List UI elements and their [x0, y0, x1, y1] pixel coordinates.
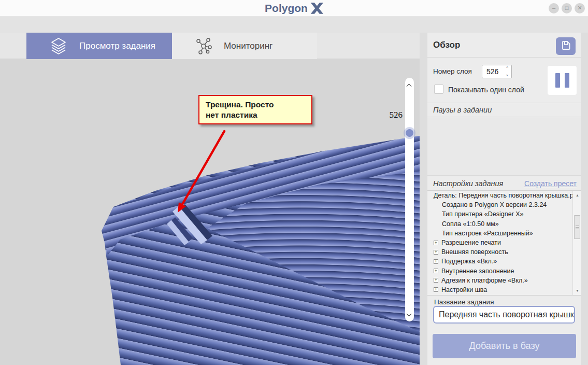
window-controls: – □ ✕ [549, 3, 585, 13]
tree-item-label: Внутреннее заполнение [441, 268, 514, 275]
tree-item[interactable]: Сопла «1:0.50 мм» [427, 219, 581, 229]
tree-item-label: Поддержка «Вкл.» [441, 258, 497, 265]
layer-slider[interactable] [405, 78, 414, 321]
job-name-input[interactable] [433, 306, 575, 324]
pause-icon [555, 73, 560, 88]
layer-number-input[interactable] [482, 65, 503, 78]
tree-item-label: Деталь: Передняя часть поворотная крышка… [434, 192, 581, 199]
job-name-label: Название задания [434, 298, 494, 306]
pause-button[interactable] [548, 66, 577, 95]
close-button[interactable]: ✕ [575, 3, 585, 13]
show-one-layer-checkbox[interactable] [434, 85, 443, 94]
spinner-up-icon[interactable]: ⌃ [504, 66, 510, 72]
tree-scrollbar[interactable]: ▲ ▼ [572, 191, 581, 295]
scroll-up-icon[interactable]: ▲ [573, 191, 581, 199]
scroll-down-icon[interactable]: ▼ [573, 287, 581, 294]
tree-item[interactable]: Настройки шва [427, 285, 581, 294]
logo-text: Polygon [265, 2, 308, 15]
divider [427, 103, 581, 103]
slider-thumb[interactable] [406, 129, 413, 137]
tree-item[interactable]: Поддержка «Вкл.» [427, 257, 581, 266]
tab-label: Просмотр задания [79, 41, 155, 51]
tree-item-label: Разрешение печати [441, 239, 501, 246]
tree-item-label: Настройки шва [441, 286, 487, 293]
expander-icon[interactable] [434, 278, 438, 283]
annotation-line: нет пластика [206, 110, 311, 120]
tree-item[interactable]: Адгезия к платформе «Вкл.» [427, 276, 581, 285]
tree-item[interactable]: Тип настроек «Расширенный» [427, 229, 581, 238]
app-logo: Polygon [0, 0, 588, 17]
tree-item-label: Адгезия к платформе «Вкл.» [441, 277, 528, 284]
tab-label: Мониторинг [224, 41, 273, 51]
layer-number-spinner: ⌃ ⌄ [482, 65, 512, 78]
tree-item[interactable]: Внутреннее заполнение [427, 266, 581, 276]
pauses-list [427, 117, 581, 176]
scrollbar-thumb[interactable] [574, 215, 580, 239]
slider-down-icon[interactable] [407, 313, 411, 317]
annotation-note: Трещина. Просто нет пластика [198, 95, 312, 124]
expander-icon[interactable] [434, 250, 438, 255]
expander-icon[interactable] [434, 241, 438, 245]
tree-item-label: Тип принтера «Designer X» [442, 210, 524, 218]
tree-item[interactable]: Деталь: Передняя часть поворотная крышка… [427, 191, 581, 200]
tab-bar: Просмотр задания Мониторинг [0, 33, 420, 59]
divider [427, 57, 581, 58]
create-preset-link[interactable]: Создать пресет [524, 179, 577, 188]
show-one-layer-label: Показывать один слой [448, 86, 524, 94]
3d-viewport[interactable]: Трещина. Просто нет пластика 526 [0, 59, 420, 365]
minimize-button[interactable]: – [549, 3, 559, 13]
application-window: Polygon – □ ✕ [0, 0, 588, 365]
expander-icon[interactable] [434, 259, 438, 264]
save-button[interactable] [556, 37, 576, 55]
tab-job-view[interactable]: Просмотр задания [26, 33, 172, 59]
tree-item-label: Создано в Polygon X версии 2.3.24 [442, 201, 547, 208]
overview-panel: Обзор Номер слоя ⌃ ⌄ Показывать один сло… [427, 33, 581, 365]
spinner-down-icon[interactable]: ⌄ [504, 72, 510, 77]
tree-item-label: Сопла «1:0.50 мм» [442, 220, 499, 228]
tree-item[interactable]: Разрешение печати [427, 238, 581, 247]
monitoring-icon [194, 36, 213, 56]
tree-item[interactable]: Создано в Polygon X версии 2.3.24 [427, 200, 581, 209]
layer-number-label: Номер слоя [433, 67, 472, 75]
annotation-line: Трещина. Просто [206, 100, 311, 110]
slider-value-label: 526 [381, 110, 403, 120]
expander-icon[interactable] [434, 287, 438, 292]
tab-monitoring[interactable]: Мониторинг [172, 33, 317, 59]
slider-up-icon[interactable] [407, 83, 411, 88]
panel-title: Обзор [433, 40, 460, 50]
tree-item-label: Внешняя поверхность [441, 248, 508, 256]
tree-item[interactable]: Тип принтера «Designer X» [427, 209, 581, 219]
tree-item[interactable]: Внешняя поверхность [427, 247, 581, 257]
header-band [0, 17, 588, 33]
pauses-heading: Паузы в задании [433, 106, 492, 114]
layers-icon [48, 36, 69, 57]
logo-x-icon [309, 3, 323, 14]
tree-item-label: Тип настроек «Расширенный» [442, 230, 533, 237]
job-settings-tree: Деталь: Передняя часть поворотная крышка… [427, 190, 581, 296]
job-settings-heading: Настройки задания [433, 179, 503, 188]
pause-icon [565, 73, 569, 88]
save-icon [561, 40, 571, 53]
expander-icon[interactable] [434, 269, 438, 273]
add-to-database-button[interactable]: Добавить в базу [433, 334, 576, 358]
maximize-button[interactable]: □ [562, 3, 572, 13]
title-bar: Polygon – □ ✕ [0, 0, 588, 17]
